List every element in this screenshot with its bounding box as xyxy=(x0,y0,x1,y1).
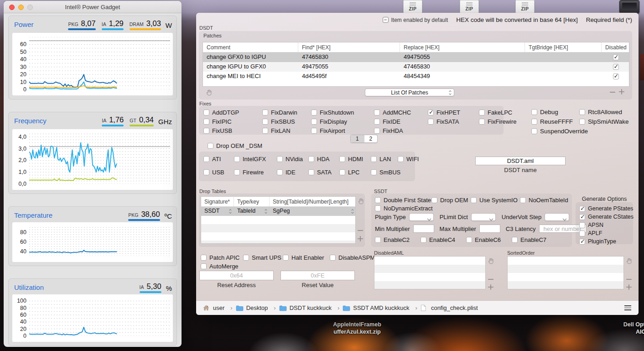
drag-hand-icon[interactable] xyxy=(205,89,213,96)
ssdt-input[interactable] xyxy=(479,225,500,233)
drop-table-row[interactable]: SSDT TableId SgPeg xyxy=(201,207,355,216)
misc-fix-checkbox[interactable]: SuspendOverride xyxy=(531,128,588,135)
device-checkbox[interactable]: HDMI xyxy=(339,156,371,162)
device-checkbox[interactable]: SmBUS xyxy=(371,169,398,176)
remove-item-button[interactable] xyxy=(626,276,633,283)
disabled-checkbox[interactable] xyxy=(613,64,619,70)
ssdt-dropdown[interactable] xyxy=(409,213,434,221)
ssdt-checkbox[interactable]: NoOemTableId xyxy=(520,197,568,204)
fix-checkbox[interactable]: FixShutdown xyxy=(311,109,374,116)
column-header[interactable]: Disabled xyxy=(602,42,630,52)
add-item-button[interactable] xyxy=(488,284,495,290)
ssdt-dropdown[interactable] xyxy=(471,213,496,221)
fix-checkbox[interactable]: FixHPET xyxy=(428,109,479,116)
disabled-checkbox[interactable] xyxy=(613,54,619,60)
device-checkbox[interactable]: USB xyxy=(203,169,234,176)
drop-oem-dsm-checkbox[interactable]: Drop OEM _DSM xyxy=(208,142,262,149)
generate-option-checkbox[interactable]: Generate PStates xyxy=(579,205,633,212)
misc-fix-checkbox[interactable]: Rtc8Allowed xyxy=(579,109,629,115)
ssdt-checkbox[interactable]: EnableC6 xyxy=(466,236,512,243)
generate-option-checkbox[interactable]: APLF xyxy=(579,230,633,236)
device-checkbox[interactable]: ATI xyxy=(203,156,234,162)
fix-checkbox[interactable]: FakeLPC xyxy=(479,109,517,116)
breadcrumb-item[interactable]: user › xyxy=(203,304,236,312)
column-header[interactable]: TgtBridge [HEX] xyxy=(525,42,602,52)
column-header[interactable]: String[TableId]/Number[Length] xyxy=(270,197,356,206)
fix-checkbox[interactable]: FixFirewire xyxy=(479,118,517,125)
ssdt-checkbox[interactable]: Drop OEM xyxy=(431,197,471,204)
column-header[interactable]: Find* [HEX] xyxy=(298,42,400,52)
device-checkbox[interactable]: SATA xyxy=(308,169,339,176)
generate-option-checkbox[interactable]: PluginType xyxy=(579,238,633,245)
device-checkbox[interactable]: IntelGFX xyxy=(234,156,277,162)
ssdt-checkbox[interactable]: Double First State xyxy=(375,197,431,204)
page-button[interactable]: 1 xyxy=(351,135,364,142)
misc-checkbox[interactable]: Halt Enabler xyxy=(283,254,330,261)
fix-checkbox[interactable]: AddMCHC xyxy=(374,109,428,116)
device-checkbox[interactable]: LPC xyxy=(339,169,371,176)
device-checkbox[interactable]: LAN xyxy=(371,156,398,162)
fix-checkbox[interactable]: FixIDE xyxy=(374,118,428,125)
patch-table-row[interactable]: change IGPU to GFX0 49475055 47465830 xyxy=(203,62,629,72)
menu-icon[interactable] xyxy=(624,305,631,310)
fix-checkbox[interactable]: FixIPIC xyxy=(203,118,262,125)
dsdt-name-input[interactable] xyxy=(475,157,566,165)
list-of-patches-dropdown[interactable]: List Of Patches xyxy=(365,89,454,96)
column-header[interactable]: Replace [HEX] xyxy=(400,42,525,52)
updown-chevrons-icon[interactable] xyxy=(351,209,355,215)
generate-option-checkbox[interactable]: APSN xyxy=(579,222,633,228)
reset-address-input[interactable] xyxy=(199,271,274,280)
fix-checkbox[interactable]: FixLAN xyxy=(262,127,311,134)
fix-checkbox[interactable]: FixAirport xyxy=(311,127,374,134)
sorted-order-list[interactable] xyxy=(507,256,624,289)
breadcrumb-item[interactable]: SSDT AMD kuckkuck › xyxy=(343,304,421,312)
desktop-file-label[interactable]: Dell Optiplex AIO xyxy=(607,321,644,335)
disabled-checkbox[interactable] xyxy=(613,73,619,79)
misc-checkbox[interactable]: Smart UPS xyxy=(243,254,283,261)
breadcrumb-item[interactable]: Desktop › xyxy=(236,304,279,312)
device-checkbox[interactable]: WIFI xyxy=(398,156,419,162)
ssdt-checkbox[interactable]: EnableC7 xyxy=(512,236,568,243)
desktop-file-label[interactable]: AppleIntelFrameb ufferAzul.kext.zip xyxy=(318,321,396,335)
ssdt-input[interactable] xyxy=(413,225,434,233)
add-item-button[interactable] xyxy=(626,284,633,290)
minimize-button[interactable] xyxy=(18,5,24,10)
window-titlebar[interactable]: Intel® Power Gadget xyxy=(4,1,182,13)
drive-icon[interactable] xyxy=(619,0,639,14)
add-row-button[interactable] xyxy=(357,236,364,242)
ssdt-checkbox[interactable]: Use SystemIO xyxy=(471,197,520,204)
generate-option-checkbox[interactable]: Generate CStates xyxy=(579,214,633,220)
zip-file-icon[interactable]: ZIP xyxy=(515,0,535,13)
column-header[interactable]: Type/key xyxy=(234,197,270,206)
device-checkbox[interactable]: HDA xyxy=(308,156,339,162)
zip-file-icon[interactable]: ZIP xyxy=(403,0,422,13)
misc-fix-checkbox[interactable]: SlpSmiAtWake xyxy=(579,118,629,125)
fix-checkbox[interactable]: FixUSB xyxy=(203,127,262,134)
close-button[interactable] xyxy=(9,5,15,10)
remove-row-button[interactable] xyxy=(357,227,364,234)
breadcrumb-item[interactable]: config_check.plist › xyxy=(421,304,478,312)
updown-chevrons-icon[interactable] xyxy=(264,209,268,215)
device-checkbox[interactable]: NVidia xyxy=(277,156,308,162)
patch-table-row[interactable]: change MEI to HECI 4d45495f 48454349 xyxy=(203,72,629,81)
fix-checkbox[interactable]: FixSBUS xyxy=(262,118,311,125)
ssdt-checkbox[interactable]: NoDynamicExtract xyxy=(375,205,433,212)
fix-checkbox[interactable]: FixSATA xyxy=(428,118,479,125)
drag-hand-icon[interactable] xyxy=(487,257,495,265)
automerge-checkbox[interactable]: AutoMerge xyxy=(201,263,239,270)
updown-chevrons-icon[interactable] xyxy=(229,209,233,215)
patch-table-row[interactable]: change GFX0 to IGPU 47465830 49475055 xyxy=(203,52,629,62)
page-button[interactable]: 2 xyxy=(364,135,378,142)
breadcrumb-item[interactable]: DSDT kuckkuck › xyxy=(279,304,343,312)
column-header[interactable]: Comment xyxy=(203,42,298,52)
ssdt-checkbox[interactable]: EnableC2 xyxy=(375,236,421,243)
reset-value-input[interactable] xyxy=(280,271,355,280)
fix-checkbox[interactable]: FixHDA xyxy=(374,127,428,134)
ssdt-checkbox[interactable]: EnableC4 xyxy=(421,236,466,243)
fix-checkbox[interactable]: FixDisplay xyxy=(311,118,374,125)
misc-checkbox[interactable]: Patch APIC xyxy=(201,254,243,261)
drag-hand-icon[interactable] xyxy=(357,197,365,205)
device-checkbox[interactable]: Firewire xyxy=(234,169,277,176)
device-checkbox[interactable]: IDE xyxy=(277,169,308,176)
ssdt-dropdown[interactable] xyxy=(545,213,569,221)
